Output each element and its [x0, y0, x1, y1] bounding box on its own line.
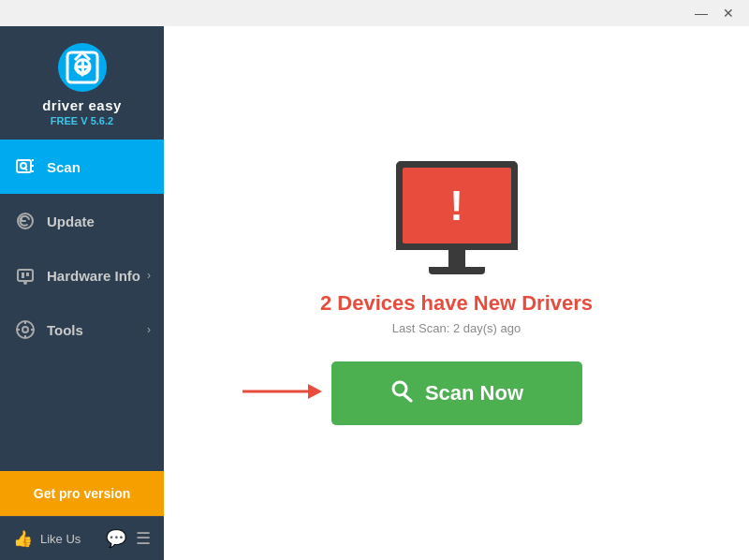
app-logo-icon: ⊕: [58, 43, 107, 92]
search-icon: [389, 378, 414, 408]
like-us-label: Like Us: [40, 532, 81, 546]
tools-chevron-icon: ›: [147, 323, 151, 336]
sidebar-logo: ⊕ driver easy FREE V 5.6.2: [0, 26, 164, 140]
sidebar-item-hardware-info[interactable]: Hardware Info ›: [0, 248, 164, 302]
scan-now-label: Scan Now: [425, 381, 523, 405]
sidebar-item-tools[interactable]: Tools ›: [0, 302, 164, 357]
sidebar-item-scan-label: Scan: [47, 159, 151, 175]
sidebar-bottom: 👍 Like Us 💬 ☰: [0, 516, 164, 560]
sidebar-item-hardware-info-label: Hardware Info: [47, 268, 147, 284]
content-area: ! 2 Devices have New Drivers Last Scan: …: [164, 26, 749, 560]
svg-marker-21: [308, 384, 322, 399]
app-name: driver easy: [42, 97, 122, 113]
close-button[interactable]: ✕: [715, 5, 742, 22]
thumbs-up-icon: 👍: [13, 529, 33, 549]
sidebar-bottom-icons: 💬 ☰: [106, 528, 151, 549]
monitor-screen: !: [396, 161, 518, 250]
last-scan-label: Last Scan: 2 day(s) ago: [392, 321, 521, 335]
sidebar-item-update[interactable]: Update: [0, 194, 164, 248]
scan-nav-icon: [13, 155, 37, 179]
monitor-illustration: !: [396, 161, 518, 274]
main-layout: ⊕ driver easy FREE V 5.6.2: [0, 26, 749, 560]
tools-nav-icon: [13, 317, 37, 342]
svg-rect-3: [17, 160, 31, 172]
minimize-button[interactable]: —: [687, 5, 715, 22]
monitor-screen-inner: !: [403, 168, 511, 243]
sidebar-item-tools-label: Tools: [47, 322, 147, 338]
svg-line-8: [25, 169, 27, 170]
svg-point-13: [23, 281, 27, 285]
svg-line-23: [404, 395, 411, 401]
svg-point-15: [22, 327, 28, 332]
svg-rect-12: [26, 273, 29, 276]
update-nav-icon: [13, 209, 37, 233]
svg-rect-11: [22, 273, 24, 278]
like-us-button[interactable]: 👍 Like Us: [13, 529, 81, 549]
hardware-info-chevron-icon: ›: [147, 269, 151, 282]
svg-point-7: [21, 163, 26, 169]
sidebar-item-update-label: Update: [47, 214, 151, 229]
monitor-neck: [448, 250, 465, 267]
get-pro-button[interactable]: Get pro version: [0, 471, 164, 516]
list-icon[interactable]: ☰: [136, 528, 151, 549]
title-bar: — ✕: [0, 0, 749, 26]
svg-point-22: [393, 382, 406, 395]
svg-rect-10: [18, 270, 33, 281]
status-title: 2 Devices have New Drivers: [320, 291, 593, 316]
monitor-graphic: !: [396, 161, 518, 274]
arrow-container: [238, 375, 322, 412]
sidebar-nav: Scan Update: [0, 140, 164, 471]
hardware-info-nav-icon: [13, 263, 37, 287]
scan-arrow-icon: [238, 375, 322, 408]
scan-now-button[interactable]: Scan Now: [331, 361, 582, 425]
scan-area: Scan Now: [331, 361, 582, 425]
monitor-base: [429, 267, 485, 274]
exclamation-icon: !: [449, 185, 463, 227]
app-version: FREE V 5.6.2: [51, 115, 113, 126]
chat-icon[interactable]: 💬: [106, 528, 126, 549]
sidebar-item-scan[interactable]: Scan: [0, 140, 164, 194]
sidebar: ⊕ driver easy FREE V 5.6.2: [0, 26, 164, 560]
